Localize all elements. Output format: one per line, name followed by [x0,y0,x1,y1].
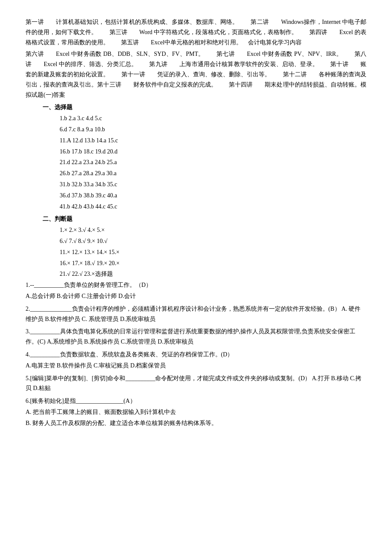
intro-paragraph-1: 第一讲 计算机基础知识，包括计算机的系统构成、多媒体、数据库、网络。 第二讲 W… [26,17,366,47]
section-judge: 二、判断题 1.× 2.× 3.√ 4.× 5.× 6.√ 7.√ 8.√ 9.… [43,214,366,279]
choice-answer-1: 1.b 2.a 3.c 4.d 5.c [60,113,366,124]
judge-answer-2: 6.√ 7.√ 8.√ 9.× 10.√ [60,236,366,246]
judge-answer-3: 11.× 12.× 13.× 14.× 15.× [60,247,366,257]
section-choice: 一、选择题 1.b 2.a 3.c 4.d 5.c 6.d 7.c 8.a 9.… [43,102,366,211]
choice-answer-8: 36.d 37.b 38.b 39.c 40.a [60,191,366,201]
choice-answer-3: 11.A 12.d 13.b 14.a 15.c [60,136,366,146]
section-choice-title: 一、选择题 [43,102,366,113]
intro-section: 第一讲 计算机基础知识，包括计算机的系统构成、多媒体、数据库、网络。 第二讲 W… [26,17,366,100]
question-2: 2.______________负责会计程序的维护，必须精通计算机程序设计和会计… [26,304,366,324]
question-1: 1.--__________负责单位的财务管理工作。（D） A.总会计师 B.会… [26,280,366,301]
question-5-text: 5.[编辑]菜单中的[复制]、[剪切]命令和__________命令配对使用，才… [26,373,366,394]
intro-paragraph-2: 第六讲 Excel 中财务函数 DB、DDB、SLN、SYD、FV、PMT。 第… [26,49,366,100]
question-4-text: 4.__________负责数据软盘、系统软盘及各类账表、凭证的存档保管工作。(… [26,350,366,360]
question-6-option-b: B. 财务人员工作及权限的分配、建立适合本单位核算的账务结构体系等。 [26,418,366,428]
questions-section: 1.--__________负责单位的财务管理工作。（D） A.总会计师 B.会… [26,280,366,428]
question-1-text: 1.--__________负责单位的财务管理工作。（D） [26,280,366,290]
choice-answer-5: 21.d 22.a 23.a 24.b 25.a [60,157,366,168]
question-6: 6.[账务初始化]是指________________(A） A. 把当前手工账… [26,396,366,428]
question-1-options: A.总会计师 B.会计师 C.注册会计师 D.会计 [26,291,366,301]
section-judge-title: 二、判断题 [43,214,366,224]
judge-answer-5: 21.√ 22.√ 23.×选择题 [60,269,366,279]
judge-answer-1: 1.× 2.× 3.√ 4.× 5.× [60,225,366,235]
choice-answer-9: 41.b 42.b 43.b 44.c 45.c [60,202,366,212]
choice-answer-6: 26.b 27.a 28.a 29.a 30.a [60,168,366,179]
question-6-option-a: A. 把当前手工账簿上的账目、账面数据输入到计算机中去 [26,407,366,417]
choice-answer-7: 31.b 32.b 33.a 34.b 35.c [60,179,366,190]
question-6-text: 6.[账务初始化]是指________________(A） [26,396,366,406]
question-3-text: 3.__________具体负责电算化系统的日常运行管理和监督进行系统重要数据的… [26,327,366,347]
question-5: 5.[编辑]菜单中的[复制]、[剪切]命令和__________命令配对使用，才… [26,373,366,394]
choice-answer-2: 6.d 7.c 8.a 9.a 10.b [60,124,366,135]
choice-answer-4: 16.b 17.b 18.c 19.d 20.d [60,147,366,157]
question-4-options: A.电算主管 B.软件操作员 C.审核记账员 D.档案保管员 [26,361,366,371]
judge-answer-4: 16.× 17.× 18.√ 19.× 20.× [60,258,366,269]
question-2-text: 2.______________负责会计程序的维护，必须精通计算机程序设计和会计… [26,304,366,324]
question-4: 4.__________负责数据软盘、系统软盘及各类账表、凭证的存档保管工作。(… [26,350,366,371]
page-content: 第一讲 计算机基础知识，包括计算机的系统构成、多媒体、数据库、网络。 第二讲 W… [26,17,366,428]
question-3: 3.__________具体负责电算化系统的日常运行管理和监督进行系统重要数据的… [26,327,366,347]
